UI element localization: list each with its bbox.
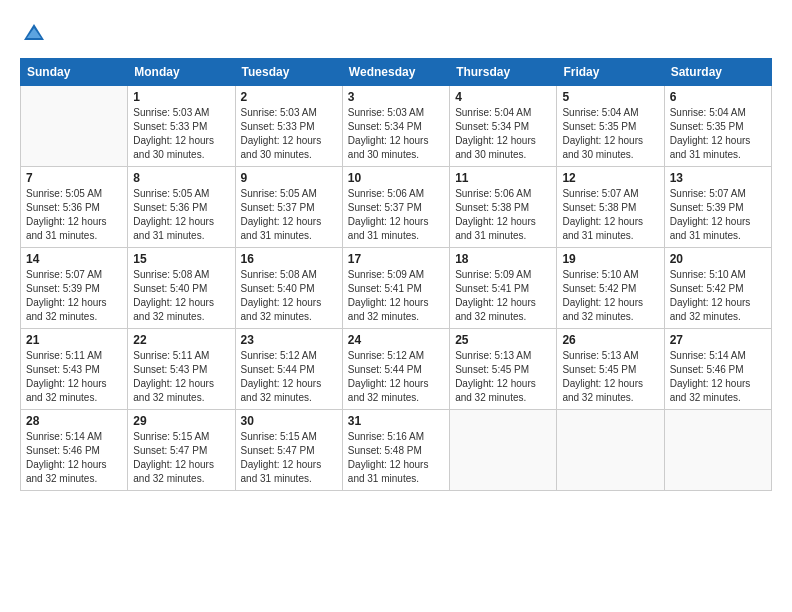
col-header-friday: Friday xyxy=(557,59,664,86)
day-info: Sunrise: 5:11 AM Sunset: 5:43 PM Dayligh… xyxy=(133,349,229,405)
day-info: Sunrise: 5:13 AM Sunset: 5:45 PM Dayligh… xyxy=(562,349,658,405)
day-info: Sunrise: 5:07 AM Sunset: 5:38 PM Dayligh… xyxy=(562,187,658,243)
calendar-cell: 21Sunrise: 5:11 AM Sunset: 5:43 PM Dayli… xyxy=(21,329,128,410)
calendar-week-1: 1Sunrise: 5:03 AM Sunset: 5:33 PM Daylig… xyxy=(21,86,772,167)
day-number: 7 xyxy=(26,171,122,185)
day-info: Sunrise: 5:09 AM Sunset: 5:41 PM Dayligh… xyxy=(455,268,551,324)
day-number: 1 xyxy=(133,90,229,104)
day-info: Sunrise: 5:03 AM Sunset: 5:33 PM Dayligh… xyxy=(241,106,337,162)
calendar-cell: 4Sunrise: 5:04 AM Sunset: 5:34 PM Daylig… xyxy=(450,86,557,167)
calendar-week-3: 14Sunrise: 5:07 AM Sunset: 5:39 PM Dayli… xyxy=(21,248,772,329)
day-info: Sunrise: 5:06 AM Sunset: 5:38 PM Dayligh… xyxy=(455,187,551,243)
logo xyxy=(20,20,52,48)
calendar-cell: 31Sunrise: 5:16 AM Sunset: 5:48 PM Dayli… xyxy=(342,410,449,491)
col-header-saturday: Saturday xyxy=(664,59,771,86)
calendar-cell: 12Sunrise: 5:07 AM Sunset: 5:38 PM Dayli… xyxy=(557,167,664,248)
day-info: Sunrise: 5:04 AM Sunset: 5:34 PM Dayligh… xyxy=(455,106,551,162)
day-number: 5 xyxy=(562,90,658,104)
day-number: 4 xyxy=(455,90,551,104)
calendar-cell: 9Sunrise: 5:05 AM Sunset: 5:37 PM Daylig… xyxy=(235,167,342,248)
day-number: 17 xyxy=(348,252,444,266)
calendar-cell: 6Sunrise: 5:04 AM Sunset: 5:35 PM Daylig… xyxy=(664,86,771,167)
day-info: Sunrise: 5:04 AM Sunset: 5:35 PM Dayligh… xyxy=(562,106,658,162)
day-info: Sunrise: 5:15 AM Sunset: 5:47 PM Dayligh… xyxy=(241,430,337,486)
col-header-monday: Monday xyxy=(128,59,235,86)
day-number: 21 xyxy=(26,333,122,347)
day-info: Sunrise: 5:15 AM Sunset: 5:47 PM Dayligh… xyxy=(133,430,229,486)
day-number: 31 xyxy=(348,414,444,428)
calendar-cell: 30Sunrise: 5:15 AM Sunset: 5:47 PM Dayli… xyxy=(235,410,342,491)
calendar-cell: 1Sunrise: 5:03 AM Sunset: 5:33 PM Daylig… xyxy=(128,86,235,167)
calendar-cell: 27Sunrise: 5:14 AM Sunset: 5:46 PM Dayli… xyxy=(664,329,771,410)
calendar-cell xyxy=(450,410,557,491)
day-info: Sunrise: 5:10 AM Sunset: 5:42 PM Dayligh… xyxy=(562,268,658,324)
day-number: 25 xyxy=(455,333,551,347)
day-info: Sunrise: 5:11 AM Sunset: 5:43 PM Dayligh… xyxy=(26,349,122,405)
calendar-cell: 18Sunrise: 5:09 AM Sunset: 5:41 PM Dayli… xyxy=(450,248,557,329)
day-info: Sunrise: 5:10 AM Sunset: 5:42 PM Dayligh… xyxy=(670,268,766,324)
day-number: 9 xyxy=(241,171,337,185)
day-number: 29 xyxy=(133,414,229,428)
day-info: Sunrise: 5:05 AM Sunset: 5:36 PM Dayligh… xyxy=(133,187,229,243)
calendar-cell: 13Sunrise: 5:07 AM Sunset: 5:39 PM Dayli… xyxy=(664,167,771,248)
day-info: Sunrise: 5:03 AM Sunset: 5:33 PM Dayligh… xyxy=(133,106,229,162)
calendar-cell xyxy=(664,410,771,491)
day-info: Sunrise: 5:12 AM Sunset: 5:44 PM Dayligh… xyxy=(348,349,444,405)
day-info: Sunrise: 5:14 AM Sunset: 5:46 PM Dayligh… xyxy=(670,349,766,405)
calendar-cell: 19Sunrise: 5:10 AM Sunset: 5:42 PM Dayli… xyxy=(557,248,664,329)
day-number: 20 xyxy=(670,252,766,266)
day-info: Sunrise: 5:05 AM Sunset: 5:37 PM Dayligh… xyxy=(241,187,337,243)
day-info: Sunrise: 5:12 AM Sunset: 5:44 PM Dayligh… xyxy=(241,349,337,405)
col-header-thursday: Thursday xyxy=(450,59,557,86)
day-info: Sunrise: 5:05 AM Sunset: 5:36 PM Dayligh… xyxy=(26,187,122,243)
logo-icon xyxy=(20,20,48,48)
day-number: 15 xyxy=(133,252,229,266)
day-number: 18 xyxy=(455,252,551,266)
day-info: Sunrise: 5:03 AM Sunset: 5:34 PM Dayligh… xyxy=(348,106,444,162)
day-info: Sunrise: 5:04 AM Sunset: 5:35 PM Dayligh… xyxy=(670,106,766,162)
calendar-cell: 29Sunrise: 5:15 AM Sunset: 5:47 PM Dayli… xyxy=(128,410,235,491)
day-number: 16 xyxy=(241,252,337,266)
calendar-cell: 26Sunrise: 5:13 AM Sunset: 5:45 PM Dayli… xyxy=(557,329,664,410)
day-info: Sunrise: 5:08 AM Sunset: 5:40 PM Dayligh… xyxy=(133,268,229,324)
calendar-cell: 24Sunrise: 5:12 AM Sunset: 5:44 PM Dayli… xyxy=(342,329,449,410)
calendar-cell: 11Sunrise: 5:06 AM Sunset: 5:38 PM Dayli… xyxy=(450,167,557,248)
calendar-cell: 10Sunrise: 5:06 AM Sunset: 5:37 PM Dayli… xyxy=(342,167,449,248)
calendar-cell xyxy=(557,410,664,491)
calendar-cell: 17Sunrise: 5:09 AM Sunset: 5:41 PM Dayli… xyxy=(342,248,449,329)
day-number: 13 xyxy=(670,171,766,185)
day-info: Sunrise: 5:08 AM Sunset: 5:40 PM Dayligh… xyxy=(241,268,337,324)
calendar-cell: 16Sunrise: 5:08 AM Sunset: 5:40 PM Dayli… xyxy=(235,248,342,329)
day-number: 14 xyxy=(26,252,122,266)
calendar-cell: 15Sunrise: 5:08 AM Sunset: 5:40 PM Dayli… xyxy=(128,248,235,329)
calendar-cell: 14Sunrise: 5:07 AM Sunset: 5:39 PM Dayli… xyxy=(21,248,128,329)
page-header xyxy=(20,20,772,48)
day-number: 11 xyxy=(455,171,551,185)
day-info: Sunrise: 5:09 AM Sunset: 5:41 PM Dayligh… xyxy=(348,268,444,324)
day-number: 26 xyxy=(562,333,658,347)
day-info: Sunrise: 5:14 AM Sunset: 5:46 PM Dayligh… xyxy=(26,430,122,486)
col-header-tuesday: Tuesday xyxy=(235,59,342,86)
day-info: Sunrise: 5:06 AM Sunset: 5:37 PM Dayligh… xyxy=(348,187,444,243)
day-number: 28 xyxy=(26,414,122,428)
calendar-week-2: 7Sunrise: 5:05 AM Sunset: 5:36 PM Daylig… xyxy=(21,167,772,248)
calendar-cell: 2Sunrise: 5:03 AM Sunset: 5:33 PM Daylig… xyxy=(235,86,342,167)
calendar-cell: 25Sunrise: 5:13 AM Sunset: 5:45 PM Dayli… xyxy=(450,329,557,410)
day-number: 30 xyxy=(241,414,337,428)
calendar-cell: 28Sunrise: 5:14 AM Sunset: 5:46 PM Dayli… xyxy=(21,410,128,491)
calendar-cell: 7Sunrise: 5:05 AM Sunset: 5:36 PM Daylig… xyxy=(21,167,128,248)
calendar-cell: 20Sunrise: 5:10 AM Sunset: 5:42 PM Dayli… xyxy=(664,248,771,329)
day-number: 2 xyxy=(241,90,337,104)
day-number: 23 xyxy=(241,333,337,347)
calendar-cell xyxy=(21,86,128,167)
calendar-week-5: 28Sunrise: 5:14 AM Sunset: 5:46 PM Dayli… xyxy=(21,410,772,491)
col-header-sunday: Sunday xyxy=(21,59,128,86)
day-number: 12 xyxy=(562,171,658,185)
day-number: 10 xyxy=(348,171,444,185)
calendar-table: SundayMondayTuesdayWednesdayThursdayFrid… xyxy=(20,58,772,491)
calendar-week-4: 21Sunrise: 5:11 AM Sunset: 5:43 PM Dayli… xyxy=(21,329,772,410)
day-number: 24 xyxy=(348,333,444,347)
day-info: Sunrise: 5:13 AM Sunset: 5:45 PM Dayligh… xyxy=(455,349,551,405)
day-info: Sunrise: 5:07 AM Sunset: 5:39 PM Dayligh… xyxy=(670,187,766,243)
col-header-wednesday: Wednesday xyxy=(342,59,449,86)
